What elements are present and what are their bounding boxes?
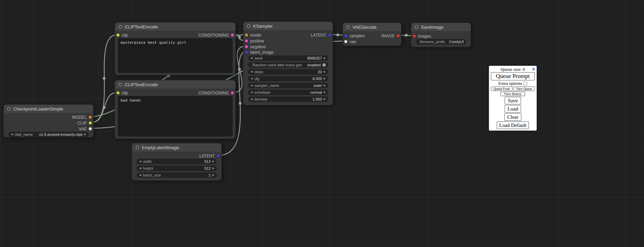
save-button[interactable]: Save: [505, 97, 521, 104]
image-port-dot[interactable]: [413, 35, 416, 38]
output-latent[interactable]: LATENT: [311, 32, 331, 38]
input-images[interactable]: images: [413, 33, 431, 39]
input-vae[interactable]: vae: [344, 39, 356, 44]
decrement-arrow-icon[interactable]: ◀: [139, 174, 141, 177]
decrement-arrow-icon[interactable]: ◀: [250, 84, 252, 87]
input-latent-image[interactable]: latent_image: [245, 49, 274, 55]
conditioning-port-dot[interactable]: [245, 45, 248, 48]
image-port-dot[interactable]: [397, 34, 400, 37]
queue-prompt-button[interactable]: Queue Prompt: [491, 72, 535, 80]
node-title-bar[interactable]: CLIPTextEncode: [115, 23, 235, 31]
input-clip[interactable]: clip: [116, 32, 128, 38]
node-title-bar[interactable]: KSampler: [244, 22, 333, 30]
prompt-textarea[interactable]: bad hands: [118, 96, 233, 136]
increment-arrow-icon[interactable]: ▶: [324, 91, 326, 94]
collapse-icon[interactable]: [346, 25, 350, 29]
collapse-icon[interactable]: [415, 25, 418, 29]
scheduler-widget[interactable]: ◀ scheduler normal ▶: [248, 90, 328, 95]
node-title-bar[interactable]: EmptyLatentImage: [132, 143, 221, 152]
output-conditioning[interactable]: CONDITIONING: [198, 90, 234, 96]
steps-widget[interactable]: ◀ steps 20 ▶: [248, 69, 328, 75]
vae-port-dot[interactable]: [89, 127, 92, 130]
queue-front-button[interactable]: Queue Front: [491, 87, 512, 91]
node-title-bar[interactable]: VAEDecode: [343, 23, 401, 31]
load-button[interactable]: Load: [505, 105, 521, 113]
clip-port-dot[interactable]: [89, 121, 92, 125]
clear-button[interactable]: Clear: [504, 113, 521, 121]
decrement-arrow-icon[interactable]: ◀: [250, 91, 252, 94]
increment-arrow-icon[interactable]: ▶: [212, 174, 214, 177]
input-positive[interactable]: positive: [245, 38, 264, 44]
height-widget[interactable]: ◀ height 512 ▶: [137, 166, 217, 171]
filename-prefix-widget[interactable]: filename_prefix ComfyUI: [416, 39, 466, 44]
node-title-bar[interactable]: CLIPTextEncode: [115, 80, 235, 89]
decrement-arrow-icon[interactable]: ◀: [139, 160, 141, 163]
node-checkpointloadersimple[interactable]: CheckpointLoaderSimple MODEL CLIP VAE ◀ …: [3, 104, 94, 138]
output-model[interactable]: MODEL: [72, 114, 92, 120]
decrement-arrow-icon[interactable]: ◀: [250, 57, 252, 60]
decrement-arrow-icon[interactable]: ◀: [250, 77, 252, 80]
denoise-widget[interactable]: ◀ denoise 1.000 ▶: [248, 96, 328, 102]
ckpt-name-widget[interactable]: ◀ ckpt_name v1-5-pruned-emaonly.ckpt ▶: [8, 132, 89, 137]
toggle-dot-icon[interactable]: [322, 63, 326, 67]
random-seed-toggle[interactable]: Random seed after every gen enabled: [248, 62, 328, 68]
node-ksampler[interactable]: KSampler model positive negative latent_…: [243, 22, 333, 105]
load-default-button[interactable]: Load Default: [497, 121, 529, 129]
conditioning-port-dot[interactable]: [231, 34, 234, 37]
cfg-widget[interactable]: ◀ cfg 8.000 ▶: [248, 76, 328, 81]
view-queue-button[interactable]: View Queue: [513, 87, 535, 91]
latent-port-dot[interactable]: [344, 34, 347, 37]
input-negative[interactable]: negative: [245, 44, 265, 50]
model-port-dot[interactable]: [245, 34, 248, 37]
input-samples[interactable]: samples: [344, 33, 365, 39]
increment-arrow-icon[interactable]: ▶: [324, 70, 326, 73]
increment-arrow-icon[interactable]: ▶: [324, 77, 326, 80]
latent-port-dot[interactable]: [328, 34, 331, 37]
output-image[interactable]: IMAGE: [381, 33, 400, 39]
node-vaedecode[interactable]: VAEDecode samples vae IMAGE: [343, 23, 401, 46]
output-conditioning[interactable]: CONDITIONING: [198, 32, 234, 38]
conditioning-port-dot[interactable]: [231, 91, 234, 94]
collapse-icon[interactable]: [119, 83, 122, 86]
sampler-name-widget[interactable]: ◀ sampler_name euler ▶: [248, 83, 328, 88]
latent-port-dot[interactable]: [217, 154, 220, 157]
conditioning-port-dot[interactable]: [245, 39, 248, 42]
increment-arrow-icon[interactable]: ▶: [324, 98, 326, 101]
output-clip[interactable]: CLIP: [77, 120, 92, 126]
model-port-dot[interactable]: [89, 116, 92, 119]
vae-port-dot[interactable]: [344, 40, 347, 43]
clip-port-dot[interactable]: [116, 34, 120, 37]
increment-arrow-icon[interactable]: ▶: [84, 133, 86, 136]
node-cliptextencode-positive[interactable]: CLIPTextEncode clip CONDITIONING masterp…: [115, 22, 236, 75]
decrement-arrow-icon[interactable]: ◀: [250, 70, 252, 73]
view-history-button[interactable]: View History: [500, 92, 525, 96]
batch-size-widget[interactable]: ◀ batch_size 1 ▶: [137, 172, 217, 178]
settings-icon[interactable]: ❋: [532, 67, 535, 72]
increment-arrow-icon[interactable]: ▶: [212, 167, 214, 170]
increment-arrow-icon[interactable]: ▶: [212, 160, 214, 163]
node-saveimage[interactable]: SaveImage images filename_prefix ComfyUI: [411, 23, 471, 47]
collapse-icon[interactable]: [119, 25, 122, 28]
decrement-arrow-icon[interactable]: ◀: [11, 133, 13, 136]
node-emptylatentimage[interactable]: EmptyLatentImage LATENT ◀ width 512 ▶ ◀ …: [132, 143, 222, 181]
input-clip[interactable]: clip: [116, 90, 128, 96]
seed-widget[interactable]: ◀ seed 8566257 ▶: [248, 55, 328, 61]
node-title-bar[interactable]: CheckpointLoaderSimple: [4, 105, 93, 113]
increment-arrow-icon[interactable]: ▶: [324, 57, 326, 60]
collapse-icon[interactable]: [7, 107, 11, 110]
decrement-arrow-icon[interactable]: ◀: [139, 167, 141, 170]
width-widget[interactable]: ◀ width 512 ▶: [137, 159, 217, 164]
input-model[interactable]: model: [245, 32, 261, 38]
decrement-arrow-icon[interactable]: ◀: [250, 98, 252, 101]
collapse-icon[interactable]: [136, 146, 139, 149]
latent-port-dot[interactable]: [245, 51, 248, 54]
clip-port-dot[interactable]: [116, 91, 120, 94]
output-latent[interactable]: LATENT: [199, 153, 220, 159]
increment-arrow-icon[interactable]: ▶: [324, 84, 326, 87]
node-title-bar[interactable]: SaveImage: [411, 23, 471, 31]
extra-options-checkbox[interactable]: [523, 82, 527, 86]
node-cliptextencode-negative[interactable]: CLIPTextEncode clip CONDITIONING bad han…: [115, 80, 236, 139]
collapse-icon[interactable]: [247, 24, 250, 28]
prompt-textarea[interactable]: masterpiece best quality girl: [118, 38, 233, 73]
output-vae[interactable]: VAE: [79, 126, 92, 132]
